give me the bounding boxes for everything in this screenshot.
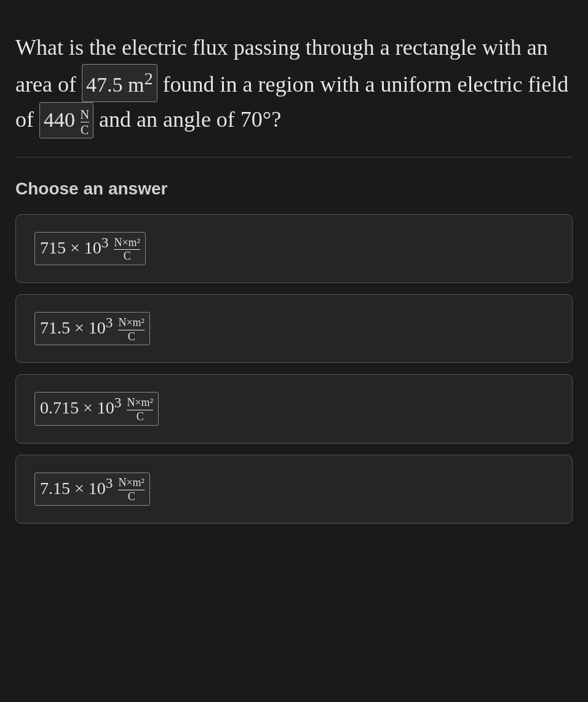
area-value: 47.5 m2 [82, 64, 157, 102]
answer-option-d[interactable]: 7.15 × 103 N×m² C [15, 455, 573, 524]
question-text: What is the electric flux passing throug… [15, 31, 573, 138]
answer-a-fraction: N×m² C [114, 237, 140, 263]
answer-c-fraction: N×m² C [127, 397, 153, 423]
answer-formula-c: 0.715 × 103 N×m² C [34, 392, 159, 425]
answer-b-fraction: N×m² C [118, 317, 145, 343]
answer-c-value: 0.715 × 103 N×m² C [34, 392, 159, 425]
answer-b-value: 71.5 × 103 N×m² C [34, 312, 150, 345]
answer-section: Choose an answer 715 × 103 N×m² C 71.5 ×… [15, 158, 573, 524]
choose-label: Choose an answer [15, 179, 573, 199]
field-value: 440 NC [39, 102, 93, 138]
answer-formula-b: 71.5 × 103 N×m² C [34, 312, 150, 345]
answer-d-fraction: N×m² C [118, 477, 145, 503]
answer-formula-a: 715 × 103 N×m² C [34, 232, 146, 265]
answer-a-value: 715 × 103 N×m² C [34, 232, 146, 265]
question-section: What is the electric flux passing throug… [15, 18, 573, 158]
answer-option-b[interactable]: 71.5 × 103 N×m² C [15, 294, 573, 363]
answer-option-c[interactable]: 0.715 × 103 N×m² C [15, 374, 573, 443]
answer-d-value: 7.15 × 103 N×m² C [34, 473, 150, 506]
answer-formula-d: 7.15 × 103 N×m² C [34, 473, 150, 506]
answer-option-a[interactable]: 715 × 103 N×m² C [15, 214, 573, 283]
